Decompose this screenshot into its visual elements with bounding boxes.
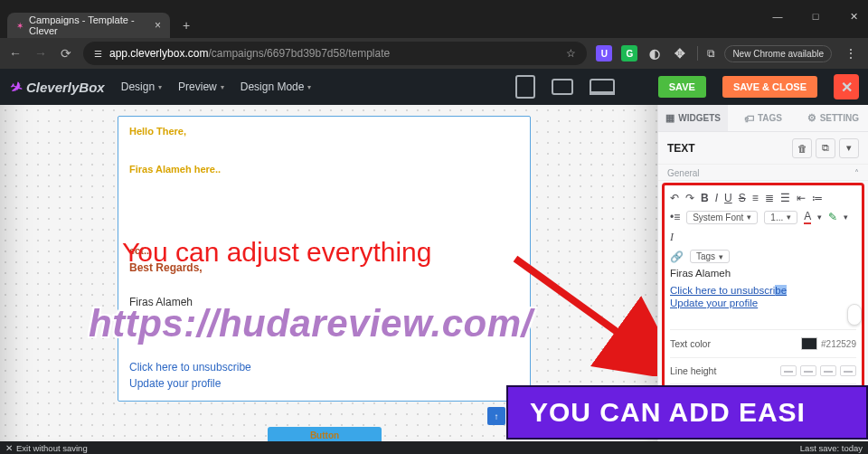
align-right-icon[interactable]: ☰	[780, 192, 790, 204]
tab-favicon-icon: ✶	[16, 21, 24, 31]
canvas-update-profile-link[interactable]: Update your profile	[129, 377, 221, 390]
app-logo[interactable]: ✈ CleverlyBox	[9, 79, 105, 96]
chevron-down-icon: ▾	[221, 83, 224, 91]
widgets-icon: ▦	[665, 112, 675, 124]
list-icon[interactable]: ≔	[812, 192, 823, 204]
save-close-button[interactable]: SAVE & CLOSE	[722, 76, 817, 98]
tab-close-icon[interactable]: ×	[155, 19, 161, 32]
nav-back-icon[interactable]: ←	[7, 46, 24, 61]
section-title: TEXT	[667, 142, 695, 155]
logo-icon: ✈	[6, 77, 24, 97]
last-save-label: Last save: today	[800, 443, 863, 453]
delete-widget-button[interactable]: 🗑	[792, 138, 812, 158]
font-family-select[interactable]: System Font▾	[686, 211, 758, 224]
email-text-block[interactable]: Hello There, Firas Alameh here.. ect.. B…	[118, 116, 531, 402]
highlight-icon[interactable]: ✎	[828, 211, 837, 223]
chrome-update-pill[interactable]: New Chrome available	[724, 45, 832, 62]
line-height-option[interactable]	[840, 365, 856, 376]
editor-update-profile-link[interactable]: Update your profile	[670, 297, 856, 309]
gear-icon: ⚙	[807, 112, 816, 124]
extensions-menu-icon[interactable]: ✥	[672, 45, 688, 61]
redo-icon[interactable]: ↷	[685, 192, 694, 204]
line-height-option[interactable]	[780, 365, 797, 376]
undo-icon[interactable]: ↶	[670, 192, 679, 204]
align-center-icon[interactable]: ≣	[765, 192, 774, 204]
nav-forward-icon[interactable]: →	[33, 46, 49, 61]
chevron-up-icon[interactable]: ˄	[854, 168, 859, 178]
link-icon[interactable]: 🔗	[670, 251, 684, 263]
strike-icon[interactable]: S	[739, 192, 746, 204]
underline-icon[interactable]: U	[724, 192, 732, 204]
align-left-icon[interactable]: ≡	[752, 192, 759, 204]
window-minimize-icon[interactable]: —	[767, 11, 788, 23]
collapse-panel-button[interactable]: ▾	[839, 138, 859, 158]
device-tablet-icon[interactable]	[552, 79, 573, 95]
text-color-hex: #212529	[821, 339, 856, 349]
menu-design[interactable]: Design▾	[121, 80, 162, 93]
line-height-option[interactable]	[800, 365, 816, 376]
tags-icon: 🏷	[744, 113, 754, 124]
brand-name: CleverlyBox	[26, 80, 105, 95]
chevron-down-icon: ▾	[307, 83, 311, 91]
menu-preview[interactable]: Preview▾	[178, 80, 224, 93]
save-button[interactable]: SAVE	[658, 76, 706, 98]
menu-design-mode[interactable]: Design Mode▾	[241, 80, 312, 93]
panel-tab-widgets[interactable]: ▦WIDGETS	[658, 105, 728, 131]
exit-without-saving-button[interactable]: Exit without saving	[16, 443, 88, 453]
outdent-icon[interactable]: ⇤	[797, 192, 806, 204]
panel-tab-tags[interactable]: 🏷TAGS	[728, 105, 797, 131]
exit-icon[interactable]: ✕	[5, 443, 13, 453]
extension-icon[interactable]: G	[621, 45, 637, 61]
general-label: General	[667, 168, 700, 178]
chevron-down-icon: ▾	[158, 83, 162, 91]
annotation-banner: YOU CAN ADD EASI	[506, 385, 868, 440]
canvas-button-title: Button	[268, 430, 382, 440]
text-color-label: Text color	[670, 338, 711, 349]
editor-scroll-handle[interactable]	[847, 304, 862, 326]
browser-tab-title: Campaigns - Template - Clever	[29, 14, 149, 36]
line-height-label: Line height	[670, 365, 716, 376]
canvas-unsubscribe-link[interactable]: Click here to unsubscribe	[129, 361, 251, 374]
canvas-hello: Hello There,	[129, 126, 519, 137]
extension-icon[interactable]: U	[596, 45, 612, 61]
duplicate-widget-button[interactable]: ⧉	[816, 138, 835, 158]
font-size-select[interactable]: 1...▾	[764, 211, 797, 224]
clear-format-icon[interactable]: I	[670, 231, 674, 244]
editor-unsubscribe-link[interactable]: Click here to unsubscribe	[670, 284, 856, 297]
browser-tab[interactable]: ✶ Campaigns - Template - Clever ×	[7, 13, 170, 38]
window-maximize-icon[interactable]: □	[805, 11, 826, 23]
bullet-list-icon[interactable]: •≡	[670, 211, 680, 223]
tags-dropdown[interactable]: Tags▾	[690, 250, 730, 263]
canvas-button-widget[interactable]: Button Description for this button	[268, 427, 382, 441]
bold-icon[interactable]: B	[701, 192, 709, 204]
extension-icon[interactable]: ◐	[646, 45, 663, 61]
rich-text-editor[interactable]: ↶ ↷ B I U S ≡ ≣ ☰ ⇤ ≔ •≡ System Font▾ 1.…	[662, 183, 864, 415]
url-path: /campaigns/6697bd39b7d58/template	[208, 47, 390, 60]
site-info-icon[interactable]: ☰	[94, 49, 102, 59]
italic-icon[interactable]: I	[715, 192, 718, 204]
canvas-sender-name: Firas Alameh	[129, 296, 519, 308]
window-close-icon[interactable]: ✕	[843, 11, 864, 23]
close-editor-button[interactable]: ✕	[834, 74, 859, 99]
bookmark-icon[interactable]: ☆	[566, 47, 576, 60]
canvas-subject: ect..	[129, 245, 519, 256]
canvas-regards: Best Regards,	[129, 261, 519, 274]
editor-name-line[interactable]: Firas Alameh	[670, 266, 856, 284]
url-domain: app.cleverlybox.com	[109, 47, 208, 60]
new-tab-button[interactable]: +	[175, 14, 197, 36]
svg-line-0	[515, 259, 651, 356]
chrome-menu-icon[interactable]: ⋮	[841, 46, 861, 61]
address-bar[interactable]: ☰ app.cleverlybox.com/campaigns/6697bd39…	[83, 42, 587, 65]
panel-tab-setting[interactable]: ⚙SETTING	[798, 105, 868, 131]
text-color-swatch[interactable]	[801, 337, 817, 350]
text-color-icon[interactable]: A	[804, 210, 811, 224]
nav-reload-icon[interactable]: ⟳	[58, 46, 74, 61]
line-height-option[interactable]	[820, 365, 836, 376]
block-move-up-icon[interactable]: ↑	[487, 407, 505, 425]
canvas-from: Firas Alameh here..	[129, 164, 519, 175]
device-mobile-icon[interactable]	[515, 75, 535, 99]
share-icon[interactable]: ⧉	[707, 47, 715, 60]
device-desktop-icon[interactable]	[590, 79, 615, 95]
